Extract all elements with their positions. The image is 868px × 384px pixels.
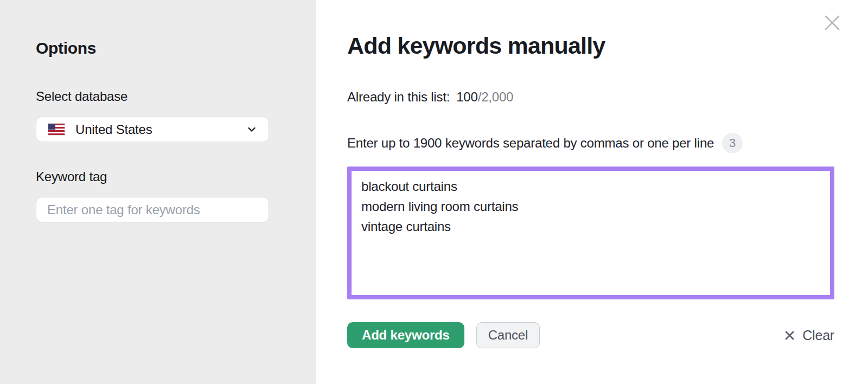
sidebar-title: Options [36,39,280,57]
close-icon [822,13,842,33]
already-count-total: /2,000 [478,89,514,104]
keyword-tag-label: Keyword tag [36,169,280,184]
cancel-button[interactable]: Cancel [476,322,540,348]
database-selected-value: United States [75,122,246,137]
keyword-count-badge: 3 [722,133,743,153]
clear-x-icon [784,330,795,341]
database-select[interactable]: United States [36,117,269,142]
select-database-label: Select database [36,89,280,104]
clear-label: Clear [802,328,834,343]
actions-row: Add keywords Cancel Clear [347,322,834,348]
chevron-down-icon [246,124,258,136]
close-button[interactable] [821,12,843,34]
options-sidebar: Options Select database United States Ke… [0,0,316,384]
instruction-text: Enter up to 1900 keywords separated by c… [347,136,714,151]
add-keywords-modal: Options Select database United States Ke… [0,0,868,384]
modal-title: Add keywords manually [347,33,868,59]
already-count-current: 100 [456,89,477,104]
instruction-row: Enter up to 1900 keywords separated by c… [347,133,868,153]
keyword-tag-input[interactable] [36,197,269,222]
keywords-textarea[interactable]: blackout curtains modern living room cur… [347,167,834,299]
us-flag-icon [48,124,65,135]
main-panel: Add keywords manually Already in this li… [316,0,868,384]
already-in-list-row: Already in this list:100/2,000 [347,89,868,105]
add-keywords-button[interactable]: Add keywords [347,322,464,348]
clear-button[interactable]: Clear [784,328,834,343]
already-in-list-label: Already in this list: [347,89,450,104]
